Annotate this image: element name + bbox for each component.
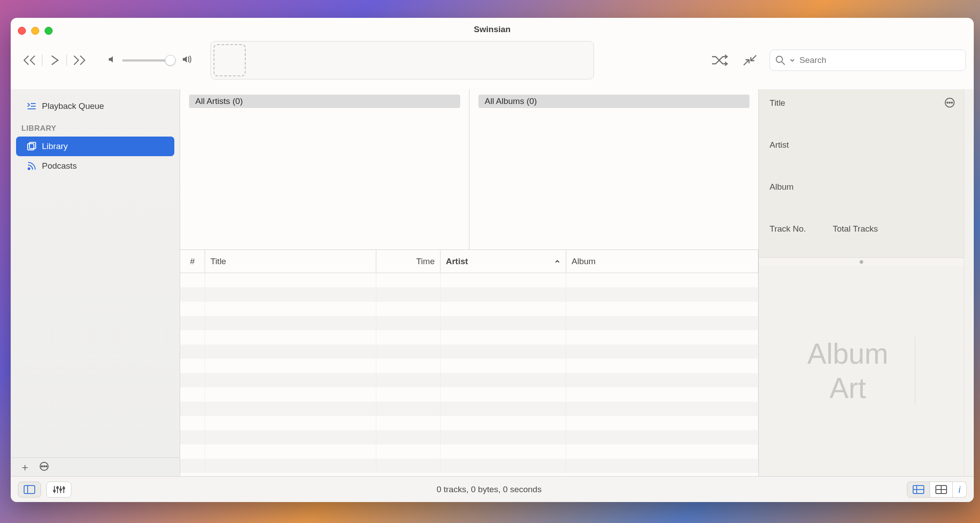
separator xyxy=(66,54,67,66)
app-window: Swinsian xyxy=(11,18,974,502)
separator xyxy=(42,54,42,66)
sidebar-item-label: Library xyxy=(42,141,68,151)
minimize-button[interactable] xyxy=(31,27,39,35)
view-list-button[interactable] xyxy=(907,481,930,498)
toolbar xyxy=(11,31,974,89)
inspector-more-button[interactable] xyxy=(944,97,955,110)
collapse-button[interactable] xyxy=(739,50,761,71)
svg-point-24 xyxy=(54,490,55,492)
equalizer-button[interactable] xyxy=(46,481,71,498)
inspector-album-label: Album xyxy=(770,182,953,192)
sidebar-playback-queue[interactable]: Playback Queue xyxy=(16,96,174,116)
sidebar: Playback Queue LIBRARY Library Podcasts … xyxy=(11,89,180,476)
now-playing-art-placeholder xyxy=(214,44,246,76)
playback-controls xyxy=(19,51,90,70)
svg-line-3 xyxy=(782,62,785,65)
album-art-placeholder: Album Art xyxy=(807,337,915,406)
maximize-button[interactable] xyxy=(45,27,53,35)
svg-point-13 xyxy=(46,465,47,467)
search-input[interactable] xyxy=(799,55,960,65)
search-field[interactable] xyxy=(770,50,966,71)
svg-line-0 xyxy=(744,60,749,65)
add-playlist-button[interactable]: ＋ xyxy=(20,460,30,474)
sidebar-podcasts[interactable]: Podcasts xyxy=(16,156,174,176)
svg-point-12 xyxy=(44,465,45,467)
inspector-total-tracks-label: Total Tracks xyxy=(833,224,878,234)
albums-browser[interactable]: All Albums (0) xyxy=(469,89,758,249)
column-header-number[interactable]: # xyxy=(180,250,205,273)
sidebar-footer: ＋ xyxy=(11,457,180,476)
close-button[interactable] xyxy=(18,27,26,35)
svg-point-26 xyxy=(60,489,62,490)
sidebar-library[interactable]: Library xyxy=(16,137,174,156)
inspector-page-indicator[interactable] xyxy=(759,258,964,266)
svg-line-1 xyxy=(751,55,756,61)
inspector-trackno-label: Track No. xyxy=(770,224,806,234)
status-bar: 0 tracks, 0 bytes, 0 seconds i xyxy=(11,476,974,502)
view-mode-segmented: i xyxy=(907,481,967,498)
svg-point-2 xyxy=(776,56,782,62)
podcast-icon xyxy=(27,161,37,171)
column-header-time[interactable]: Time xyxy=(376,250,441,273)
now-playing-display xyxy=(210,41,594,79)
view-info-button[interactable]: i xyxy=(953,481,967,498)
svg-rect-18 xyxy=(24,486,35,494)
artists-all-row[interactable]: All Artists (0) xyxy=(189,95,460,108)
sidebar-item-label: Podcasts xyxy=(42,161,77,171)
column-header-artist[interactable]: Artist xyxy=(441,250,566,273)
volume-slider[interactable] xyxy=(122,59,176,62)
sort-asc-icon xyxy=(554,258,560,265)
next-button[interactable] xyxy=(68,51,90,70)
play-button[interactable] xyxy=(43,51,66,70)
column-header-title[interactable]: Title xyxy=(205,250,376,273)
svg-point-9 xyxy=(28,168,30,170)
svg-point-25 xyxy=(57,487,58,489)
queue-icon xyxy=(27,101,37,111)
inspector-artist-label: Artist xyxy=(770,140,953,150)
volume-controls xyxy=(108,55,193,65)
volume-min-icon xyxy=(108,55,116,65)
svg-point-11 xyxy=(41,465,43,467)
inspector-panel: Title Artist Album Track No. Total Track… xyxy=(759,89,964,476)
status-text: 0 tracks, 0 bytes, 0 seconds xyxy=(77,485,902,494)
sidebar-item-label: Playback Queue xyxy=(42,101,104,111)
column-header-album[interactable]: Album xyxy=(566,250,758,273)
volume-max-icon xyxy=(182,55,193,65)
library-icon xyxy=(27,141,37,151)
scrollbar[interactable] xyxy=(964,89,974,476)
volume-thumb[interactable] xyxy=(165,55,176,66)
view-grid-button[interactable] xyxy=(930,481,953,498)
window-controls xyxy=(18,27,53,35)
chevron-down-icon[interactable] xyxy=(790,58,795,63)
sidebar-section-library: LIBRARY xyxy=(11,116,180,137)
shuffle-button[interactable] xyxy=(709,50,730,71)
titlebar: Swinsian xyxy=(11,18,974,31)
previous-button[interactable] xyxy=(19,51,41,70)
albums-all-row[interactable]: All Albums (0) xyxy=(478,95,749,108)
column-browser: All Artists (0) All Albums (0) xyxy=(180,89,758,250)
svg-point-27 xyxy=(63,487,65,489)
toggle-sidebar-button[interactable] xyxy=(18,481,41,498)
inspector-metadata: Title Artist Album Track No. Total Track… xyxy=(759,89,964,258)
more-options-button[interactable] xyxy=(39,461,49,473)
window-title: Swinsian xyxy=(474,25,511,34)
svg-point-15 xyxy=(947,102,948,104)
artists-browser[interactable]: All Artists (0) xyxy=(180,89,469,249)
track-table-header: # Title Time Artist Album xyxy=(180,250,758,273)
album-art-area: Album Art xyxy=(759,266,964,476)
inspector-title-label: Title xyxy=(770,98,953,108)
main-content: All Artists (0) All Albums (0) # Title T… xyxy=(180,89,759,476)
svg-point-16 xyxy=(949,102,951,104)
svg-point-17 xyxy=(951,102,953,104)
track-table-body[interactable] xyxy=(180,273,758,476)
